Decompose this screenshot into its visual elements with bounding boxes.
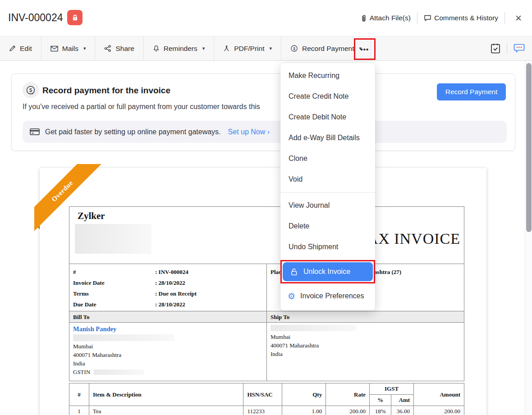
clipboard-check-icon[interactable] <box>491 43 500 54</box>
pencil-icon <box>9 45 16 52</box>
menu-item-undo-shipment[interactable]: Undo Shipment <box>280 237 375 257</box>
invoice-meta: #: INV-000024 Invoice Date: 28/10/2022 T… <box>69 264 266 311</box>
menu-item-create-debit-note[interactable]: Create Debit Note <box>280 107 375 128</box>
promo-text: Get paid faster by setting up online pay… <box>45 128 221 136</box>
chevron-down-icon: ▾ <box>83 46 86 51</box>
more-button-highlight: ••• <box>354 38 376 60</box>
payment-gateway-promo: Get paid faster by setting up online pay… <box>23 121 507 143</box>
ship-to-heading: Ship To <box>266 311 464 322</box>
company-name: Zylker <box>78 210 105 222</box>
lock-icon <box>71 14 79 22</box>
banner-subtitle: If you've received a partial or full pay… <box>23 103 260 111</box>
pdf-icon <box>223 45 230 52</box>
paperclip-icon <box>361 14 367 23</box>
credit-card-icon <box>30 128 40 136</box>
chevron-down-icon: ▾ <box>202 46 205 51</box>
menu-item-make-recurring[interactable]: Make Recurring <box>280 65 375 86</box>
ship-to-block: Mumbai 400071 Maharashtra India <box>266 323 464 381</box>
bill-to-block: Manish Pandey Mumbai 400071 Maharashtra … <box>69 323 266 381</box>
scrollbar-track[interactable] <box>525 61 532 415</box>
toolbar-right <box>491 36 525 61</box>
mails-button[interactable]: Mails ▾ <box>41 36 96 60</box>
dollar-cycle-icon: $ <box>290 45 298 52</box>
comments-history-button[interactable]: Comments & History <box>424 14 498 22</box>
divider <box>504 12 505 24</box>
line-items-table: # Item & Description HSN/SAC Qty Rate IG… <box>69 383 464 415</box>
menu-item-invoice-preferences[interactable]: ⚙ Invoice Preferences <box>280 285 375 307</box>
page-title: INV-000024 <box>8 12 63 24</box>
svg-text:$: $ <box>29 87 32 93</box>
redacted-address-line <box>271 325 356 331</box>
edit-button[interactable]: Edit <box>0 36 41 60</box>
redacted-gstin <box>94 369 144 375</box>
menu-item-clone[interactable]: Clone <box>280 148 375 169</box>
comment-bubble-icon <box>424 14 431 22</box>
bell-icon <box>153 45 160 52</box>
scrollbar-thumb[interactable] <box>526 63 532 232</box>
unlock-icon <box>290 268 298 276</box>
share-icon <box>104 45 111 52</box>
pdf-print-button[interactable]: PDF/Print ▾ <box>214 36 281 60</box>
divider <box>507 43 507 55</box>
redacted-address-line <box>73 334 174 341</box>
menu-item-unlock-invoice[interactable]: Unlock Invoice <box>283 262 373 281</box>
invoice-document: Zylker TAX INVOICE #: INV-000024 Invoice… <box>69 206 464 381</box>
overdue-label: Overdue <box>50 179 74 203</box>
menu-item-add-eway-bill[interactable]: Add e-Way Bill Details <box>280 128 375 148</box>
dollar-refresh-icon: $ <box>23 82 39 98</box>
menu-divider <box>280 192 375 193</box>
close-button[interactable]: ✕ <box>511 11 526 25</box>
record-payment-banner: $ Record payment for the invoice If you'… <box>11 73 515 151</box>
more-actions-button[interactable]: ••• <box>361 46 369 53</box>
bill-to-heading: Bill To <box>69 311 266 322</box>
chat-notifications-icon[interactable] <box>514 43 525 54</box>
action-toolbar: Edit Mails ▾ Share Reminders ▾ P <box>0 36 532 61</box>
locked-badge <box>67 10 83 25</box>
share-button[interactable]: Share <box>95 36 143 60</box>
table-row: 1 Tea 112233 1.00 200.00 18% 36.00 200.0… <box>69 406 464 415</box>
menu-item-delete[interactable]: Delete <box>280 216 375 237</box>
customer-name-link[interactable]: Manish Pandey <box>73 325 263 333</box>
divider <box>417 12 417 24</box>
envelope-icon <box>50 46 58 52</box>
unlock-invoice-highlight: Unlock Invoice <box>280 260 375 283</box>
page-header: INV-000024 Attach File(s) <box>0 0 532 36</box>
banner-title: Record payment for the invoice <box>42 86 170 96</box>
menu-item-view-journal[interactable]: View Journal <box>280 195 375 216</box>
svg-text:$: $ <box>293 46 295 51</box>
reminders-button[interactable]: Reminders ▾ <box>144 36 214 60</box>
attach-files-button[interactable]: Attach File(s) <box>361 14 411 23</box>
invoice-detail-page: INV-000024 Attach File(s) <box>0 0 532 415</box>
setup-now-link[interactable]: Set up Now › <box>228 128 270 136</box>
redacted-company-address <box>75 224 151 254</box>
menu-item-create-credit-note[interactable]: Create Credit Note <box>280 86 375 107</box>
record-payment-button[interactable]: Record Payment <box>437 83 506 100</box>
gear-icon: ⚙ <box>288 292 295 301</box>
invoice-preview: Overdue Zylker TAX INVOICE #: INV-000024… <box>40 168 486 415</box>
chevron-down-icon: ▾ <box>269 46 272 51</box>
more-actions-menu: Make Recurring Create Credit Note Create… <box>280 63 375 310</box>
menu-item-void[interactable]: Void <box>280 169 375 190</box>
